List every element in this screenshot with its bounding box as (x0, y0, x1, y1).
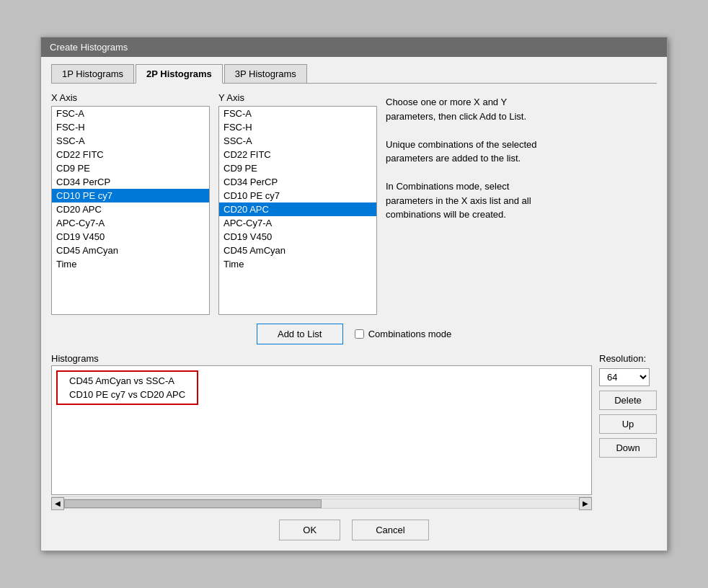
y-axis-item-cd9-pe[interactable]: CD9 PE (219, 161, 376, 175)
title-bar: Create Histograms (41, 37, 667, 57)
histogram-item-cd10[interactable]: CD10 PE cy7 vs CD20 APC (65, 388, 190, 401)
tab-bar: 1P Histograms 2P Histograms 3P Histogram… (51, 64, 657, 84)
help-text: Choose one or more X and Y parameters, t… (386, 92, 552, 225)
dialog-title: Create Histograms (50, 42, 128, 53)
scroll-right-arrow[interactable]: ▶ (579, 497, 592, 510)
scroll-thumb[interactable] (64, 499, 322, 508)
add-to-list-row: Add to List Combinations mode (51, 324, 657, 344)
y-axis-item-cd20-apc[interactable]: CD20 APC (219, 202, 376, 216)
scroll-left-arrow[interactable]: ◀ (51, 497, 64, 510)
y-axis-item-apc-cy7-a[interactable]: APC-Cy7-A (219, 216, 376, 230)
x-axis-item-cd20-apc[interactable]: CD20 APC (52, 202, 209, 216)
create-histograms-dialog: Create Histograms 1P Histograms 2P Histo… (40, 37, 668, 551)
y-axis-item-cd10-pe-cy7[interactable]: CD10 PE cy7 (219, 189, 376, 202)
histograms-label: Histograms (51, 353, 592, 364)
histograms-box: Histograms CD45 AmCyan vs SSC-A CD10 PE … (51, 353, 592, 509)
x-axis-item-fsc-h[interactable]: FSC-H (52, 120, 209, 134)
x-axis-item-cd10-pe-cy7[interactable]: CD10 PE cy7 (52, 189, 209, 202)
horizontal-scrollbar[interactable]: ◀ ▶ (51, 496, 592, 509)
x-axis-item-cd34-percp[interactable]: CD34 PerCP (52, 175, 209, 189)
bottom-buttons: OK Cancel (51, 520, 657, 540)
right-controls: Resolution: 64 128 256 512 1024 Delete U… (599, 353, 657, 458)
y-axis-label: Y Axis (218, 92, 377, 103)
scroll-track[interactable] (64, 499, 579, 509)
delete-button[interactable]: Delete (599, 391, 657, 410)
x-axis-item-time[interactable]: Time (52, 257, 209, 271)
down-button[interactable]: Down (599, 438, 657, 458)
x-axis-item-cd22-fitc[interactable]: CD22 FITC (52, 148, 209, 161)
x-axis-item-apc-cy7-a[interactable]: APC-Cy7-A (52, 216, 209, 230)
y-axis-item-cd45-amcyan[interactable]: CD45 AmCyan (219, 244, 376, 257)
histograms-section: Histograms CD45 AmCyan vs SSC-A CD10 PE … (51, 353, 657, 509)
combinations-mode-row: Combinations mode (355, 329, 452, 339)
x-axis-item-fsc-a[interactable]: FSC-A (52, 107, 209, 120)
x-axis-label: X Axis (51, 92, 210, 103)
tab-2p-histograms[interactable]: 2P Histograms (136, 64, 223, 84)
y-axis-item-cd22-fitc[interactable]: CD22 FITC (219, 148, 376, 161)
y-axis-item-ssc-a[interactable]: SSC-A (219, 134, 376, 148)
cancel-button[interactable]: Cancel (352, 520, 428, 540)
add-to-list-button[interactable]: Add to List (257, 324, 343, 344)
y-axis-listbox[interactable]: FSC-A FSC-H SSC-A CD22 FITC CD9 PE CD34 … (218, 106, 377, 315)
x-axis-item-cd45-amcyan[interactable]: CD45 AmCyan (52, 244, 209, 257)
x-axis-item-cd9-pe[interactable]: CD9 PE (52, 161, 209, 175)
y-axis-item-fsc-a[interactable]: FSC-A (219, 107, 376, 120)
x-axis-item-cd19-v450[interactable]: CD19 V450 (52, 230, 209, 244)
y-axis-item-time[interactable]: Time (219, 257, 376, 271)
combinations-mode-label: Combinations mode (368, 329, 452, 339)
y-axis-item-cd19-v450[interactable]: CD19 V450 (219, 230, 376, 244)
histograms-listbox[interactable]: CD45 AmCyan vs SSC-A CD10 PE cy7 vs CD20… (51, 365, 592, 495)
resolution-select[interactable]: 64 128 256 512 1024 (599, 368, 650, 386)
y-axis-item-fsc-h[interactable]: FSC-H (219, 120, 376, 134)
combinations-mode-checkbox[interactable] (355, 329, 364, 339)
up-button[interactable]: Up (599, 414, 657, 434)
histogram-item-cd45[interactable]: CD45 AmCyan vs SSC-A (65, 374, 190, 388)
x-axis-listbox[interactable]: FSC-A FSC-H SSC-A CD22 FITC CD9 PE CD34 … (51, 106, 210, 315)
x-axis-item-ssc-a[interactable]: SSC-A (52, 134, 209, 148)
y-axis-item-cd34-percp[interactable]: CD34 PerCP (219, 175, 376, 189)
tab-3p-histograms[interactable]: 3P Histograms (224, 64, 307, 83)
resolution-label: Resolution: (599, 353, 657, 364)
ok-button[interactable]: OK (279, 520, 340, 540)
tab-1p-histograms[interactable]: 1P Histograms (51, 64, 134, 83)
